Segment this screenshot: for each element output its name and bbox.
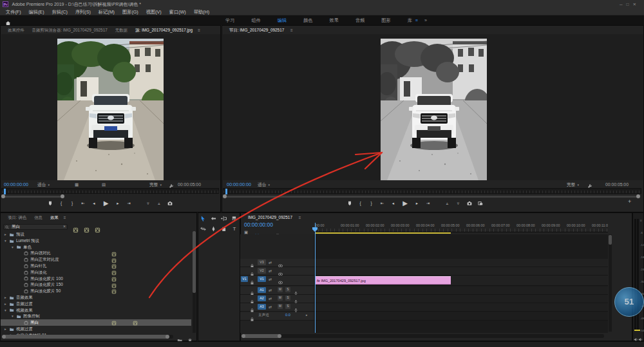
menu-item-3[interactable]: 序列(S)	[71, 8, 95, 15]
workspace-tab-图形[interactable]: 图形	[373, 15, 399, 25]
clear-search-icon[interactable]: ×	[63, 224, 66, 229]
effects-search-box[interactable]: ×	[3, 224, 68, 230]
yuv-effects-filter-icon[interactable]	[95, 224, 100, 230]
mute-button[interactable]: M	[278, 287, 283, 292]
pen-tool[interactable]	[210, 226, 216, 232]
track-lane-master[interactable]	[314, 312, 608, 321]
effect-item-5[interactable]: 黑白针孔	[1, 263, 191, 269]
close-button[interactable]: ✕	[633, 2, 640, 6]
effects-tab-2[interactable]: 效果	[46, 213, 62, 221]
step-forward-button[interactable]: ▸	[114, 199, 122, 207]
effects-tab-0[interactable]: 项目: 调色	[4, 213, 30, 221]
track-select-forward-tool[interactable]	[210, 216, 216, 222]
extract-button[interactable]: ▿	[455, 199, 462, 207]
add-marker-button[interactable]	[46, 199, 54, 207]
source-tab-1[interactable]: 音频剪辑混合器: IMG_20170429_092517	[28, 26, 111, 34]
timeline-vertical-scrollbar[interactable]	[609, 234, 612, 332]
track-lane-A3[interactable]	[314, 303, 608, 312]
effects-folder-0[interactable]: ▸预设	[1, 231, 191, 238]
ripple-edit-tool[interactable]	[221, 216, 227, 222]
effects-folder-12[interactable]: ▾视频效果	[1, 307, 191, 314]
effect-item-9[interactable]: 黑白淡化胶片 50	[1, 288, 191, 294]
track-header-V1[interactable]: V1V1⇄	[240, 276, 314, 286]
source-tab-3[interactable]: 源: IMG_20170429_092517.jpg	[131, 26, 196, 34]
mark-out-button[interactable]: }	[68, 199, 76, 207]
effect-item-3[interactable]: 黑白强对比	[1, 250, 191, 256]
mark-out-button[interactable]: }	[368, 199, 375, 207]
step-back-button[interactable]: ◂	[390, 199, 397, 207]
mute-button[interactable]: M	[278, 295, 283, 301]
track-lane-V2[interactable]	[314, 267, 608, 276]
effects-horizontal-scrollbar[interactable]	[2, 335, 173, 339]
source-playhead[interactable]	[4, 189, 6, 194]
panel-menu-icon[interactable]: ≡	[289, 28, 293, 32]
workspace-tab-效果[interactable]: 效果	[321, 15, 347, 25]
add-marker-button[interactable]	[346, 199, 354, 207]
insert-button[interactable]: ▿	[144, 199, 152, 207]
mark-in-button[interactable]: {	[357, 199, 365, 207]
panel-menu-icon[interactable]: ≡	[62, 215, 66, 220]
track-target-V2[interactable]: V2	[258, 268, 266, 274]
minimize-button[interactable]: ─	[620, 2, 627, 6]
effects-vertical-scrollbar[interactable]	[193, 231, 196, 333]
menu-item-2[interactable]: 剪辑(C)	[48, 8, 71, 15]
go-to-in-button[interactable]: ⇤	[379, 199, 386, 207]
track-lane-A1[interactable]	[314, 286, 608, 295]
effects-folder-11[interactable]: ▸音频过渡	[1, 301, 191, 307]
effects-folder-2[interactable]: ▾单色	[1, 244, 191, 250]
search-input[interactable]	[12, 225, 59, 229]
comparison-view-button[interactable]	[477, 199, 484, 207]
sync-lock-icon[interactable]: ⇄	[269, 260, 272, 265]
selection-tool[interactable]	[200, 216, 206, 222]
track-header-A2[interactable]: A2⇄MS	[240, 295, 314, 303]
source-scrubber[interactable]	[1, 188, 219, 194]
track-target-V1[interactable]: V1	[258, 276, 266, 282]
type-tool[interactable]: T	[231, 226, 238, 232]
go-to-in-button[interactable]: ⇤	[79, 199, 87, 207]
menu-item-8[interactable]: 帮助(H)	[190, 8, 213, 15]
effect-item-8[interactable]: 黑白淡化胶片 150	[1, 281, 191, 288]
tab-sequence[interactable]: IMG_20170429_092517	[244, 213, 296, 221]
effects-tab-1[interactable]: 信息	[30, 213, 46, 221]
mute-button[interactable]: M	[278, 304, 283, 309]
32bit-effects-filter-icon[interactable]	[84, 224, 90, 230]
timeline-horizontal-scrollbar[interactable]	[242, 334, 604, 338]
razor-tool[interactable]	[231, 216, 238, 222]
button-editor-plus[interactable]: +	[628, 198, 631, 205]
go-to-out-button[interactable]: ⇥	[125, 199, 133, 207]
track-target-A1[interactable]: A1	[258, 287, 266, 293]
slip-tool[interactable]	[200, 226, 206, 232]
track-target-V3[interactable]: V3	[258, 259, 266, 265]
source-tab-2[interactable]: 元数据	[111, 26, 131, 34]
lift-button[interactable]: ▵	[444, 199, 451, 207]
source-patch-V1[interactable]: V1	[241, 276, 248, 282]
export-frame-button[interactable]	[166, 199, 174, 207]
panel-menu-icon[interactable]: ≡	[196, 28, 200, 32]
step-back-button[interactable]: ◂	[90, 199, 98, 207]
effects-folder-1[interactable]: ▾Lumetri 预设	[1, 238, 191, 244]
timeline-clip[interactable]: fxIMG_20170429_092517.jpg	[315, 276, 451, 285]
track-header-A1[interactable]: A1⇄MS	[240, 286, 314, 295]
timeline-playhead[interactable]	[315, 223, 316, 333]
effect-item-6[interactable]: 黑白淡化	[1, 269, 191, 276]
program-playhead[interactable]	[225, 189, 227, 194]
accelerated-effects-filter-icon[interactable]	[73, 224, 79, 230]
sync-lock-icon[interactable]: ⇄	[269, 296, 272, 301]
play-stop-button[interactable]: ▶	[101, 199, 111, 207]
maximize-button[interactable]: □	[627, 2, 633, 6]
play-stop-button[interactable]: ▶	[401, 199, 410, 207]
track-lane-A2[interactable]	[314, 295, 608, 303]
source-tab-0[interactable]: 效果控件	[4, 26, 28, 34]
master-gain-value[interactable]: 0.0	[285, 313, 290, 317]
solo-button[interactable]: S	[285, 295, 290, 301]
workspace-tab-音频[interactable]: 音频	[347, 15, 373, 25]
menu-item-5[interactable]: 图形(G)	[118, 8, 142, 15]
keyframe-nav-icon[interactable]: ▸	[306, 313, 308, 317]
menu-item-4[interactable]: 标记(M)	[95, 8, 118, 15]
sync-lock-icon[interactable]: ⇄	[269, 277, 272, 281]
mark-in-button[interactable]: {	[57, 199, 65, 207]
solo-button[interactable]: S	[285, 287, 290, 292]
effects-folder-10[interactable]: ▸音频效果	[1, 294, 191, 301]
sync-lock-icon[interactable]: ⇄	[269, 268, 272, 273]
window-controls[interactable]: ─□✕	[620, 0, 640, 8]
